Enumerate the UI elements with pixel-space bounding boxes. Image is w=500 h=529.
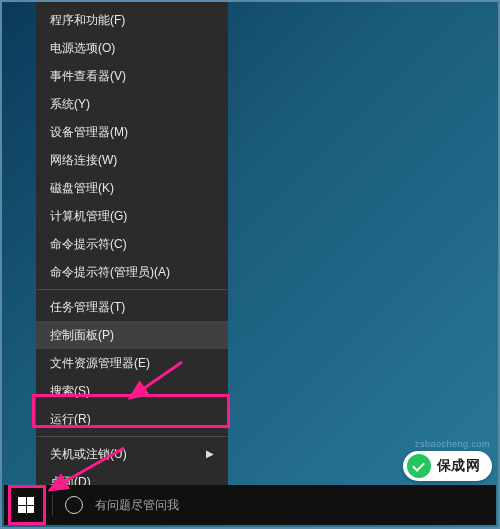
chevron-right-icon: ▶ [206,440,214,468]
watermark-check-icon [407,454,431,478]
watermark-badge: 保成网 [403,451,493,481]
cortana-circle-icon [65,496,83,514]
search-placeholder[interactable]: 有问题尽管问我 [95,497,179,514]
menu-item-label: 运行(R) [50,405,91,433]
taskbar-separator [52,494,53,516]
menu-item[interactable]: 设备管理器(M) [36,118,228,146]
menu-item-label: 命令提示符(管理员)(A) [50,258,170,286]
windows-logo-icon [18,497,34,513]
winx-context-menu: 程序和功能(F)电源选项(O)事件查看器(V)系统(Y)设备管理器(M)网络连接… [36,2,228,500]
menu-item[interactable]: 搜索(S) [36,377,228,405]
menu-item-label: 文件资源管理器(E) [50,349,150,377]
menu-item-label: 计算机管理(G) [50,202,127,230]
menu-item[interactable]: 文件资源管理器(E) [36,349,228,377]
menu-item[interactable]: 系统(Y) [36,90,228,118]
menu-item-label: 网络连接(W) [50,146,117,174]
menu-item-label: 命令提示符(C) [50,230,127,258]
start-button[interactable] [4,485,48,525]
menu-item-label: 系统(Y) [50,90,90,118]
menu-item[interactable]: 运行(R) [36,405,228,433]
menu-item-label: 设备管理器(M) [50,118,128,146]
taskbar: 有问题尽管问我 [4,485,496,525]
menu-item[interactable]: 关机或注销(U)▶ [36,440,228,468]
menu-item-label: 事件查看器(V) [50,62,126,90]
cortana-button[interactable] [57,485,91,525]
menu-item[interactable]: 任务管理器(T) [36,293,228,321]
menu-item-label: 程序和功能(F) [50,6,125,34]
menu-item-label: 搜索(S) [50,377,90,405]
menu-item-label: 电源选项(O) [50,34,115,62]
menu-item[interactable]: 控制面板(P) [36,321,228,349]
menu-item[interactable]: 磁盘管理(K) [36,174,228,202]
menu-item-label: 磁盘管理(K) [50,174,114,202]
menu-item-label: 关机或注销(U) [50,440,127,468]
menu-item-label: 任务管理器(T) [50,293,125,321]
menu-separator [37,436,227,437]
menu-item[interactable]: 命令提示符(管理员)(A) [36,258,228,286]
watermark-url: zsbaocheng.com [415,439,490,449]
desktop-viewport: 程序和功能(F)电源选项(O)事件查看器(V)系统(Y)设备管理器(M)网络连接… [0,0,500,529]
menu-item[interactable]: 程序和功能(F) [36,6,228,34]
menu-item-label: 控制面板(P) [50,321,114,349]
menu-item[interactable]: 电源选项(O) [36,34,228,62]
watermark-text: 保成网 [437,457,481,475]
menu-separator [37,289,227,290]
menu-item[interactable]: 命令提示符(C) [36,230,228,258]
menu-item[interactable]: 网络连接(W) [36,146,228,174]
menu-item[interactable]: 事件查看器(V) [36,62,228,90]
menu-item[interactable]: 计算机管理(G) [36,202,228,230]
